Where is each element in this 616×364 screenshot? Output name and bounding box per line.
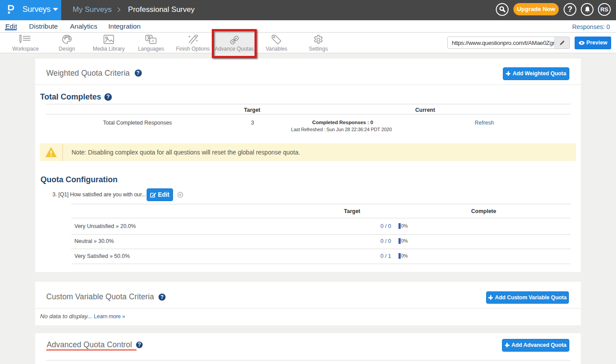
svg-text:A: A — [151, 39, 154, 43]
